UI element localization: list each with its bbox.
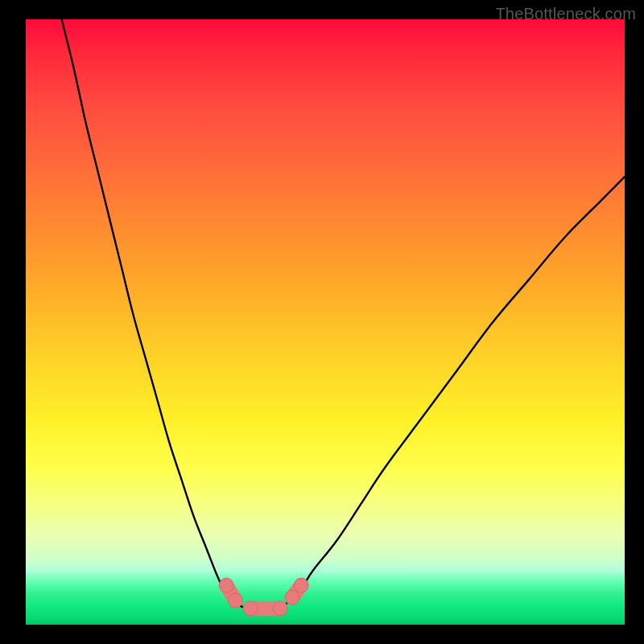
curve-path [62,19,625,611]
watermark-text: TheBottleneck.com [495,5,636,23]
svg-point-4 [219,578,233,592]
curve-layer [26,19,625,625]
svg-point-8 [294,578,308,592]
chart-frame: TheBottleneck.com [0,0,644,644]
bottleneck-curve [62,19,625,611]
svg-point-5 [228,593,242,608]
svg-point-2 [273,601,287,616]
svg-point-1 [243,601,258,616]
svg-point-7 [285,590,299,605]
markers [219,578,308,616]
